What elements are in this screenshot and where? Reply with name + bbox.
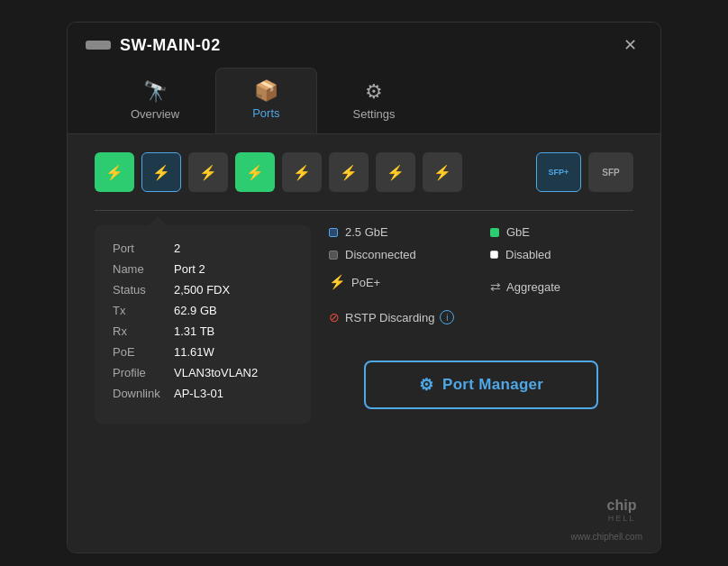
rstp-icon: ⊘ (329, 310, 340, 324)
label-disconnected: Disconnected (345, 248, 416, 261)
port-1-icon: ⚡ (105, 164, 123, 181)
sfp-plus-button[interactable]: SFP+ (536, 152, 581, 192)
popup-label-downlink: Downlink (113, 387, 174, 400)
window-title: SW-MAIN-02 (120, 36, 221, 55)
popup-label-status: Status (113, 283, 174, 297)
window-icon (86, 41, 111, 50)
popup-row-tx: Tx 62.9 GB (113, 304, 293, 317)
overview-icon: 🔭 (143, 82, 168, 102)
aggregate-item: ⇄ Aggregate (490, 274, 633, 299)
popup-row-port: Port 2 (113, 242, 293, 255)
port-popup: Port 2 Name Port 2 Status 2,500 FDX Tx 6… (95, 225, 311, 424)
popup-row-downlink: Downlink AP-L3-01 (113, 387, 293, 400)
popup-value-poe: 11.61W (174, 345, 214, 359)
tab-settings[interactable]: ⚙ Settings (317, 69, 432, 133)
port-manager-label: Port Manager (442, 376, 543, 394)
ports-icon: 📦 (254, 81, 278, 101)
status-item-disconnected: Disconnected (329, 248, 472, 261)
port-button-6[interactable]: ⚡ (329, 152, 369, 192)
popup-label-poe: PoE (113, 345, 174, 359)
port-2-icon: ⚡ (152, 164, 170, 181)
port-button-8[interactable]: ⚡ (423, 152, 462, 192)
port-manager-button[interactable]: ⚙ Port Manager (364, 361, 598, 409)
poe-item: ⚡ PoE+ (329, 274, 472, 290)
status-item-gbe25: 2.5 GbE (329, 225, 472, 239)
popup-label-rx: Rx (113, 324, 174, 338)
port-4-icon: ⚡ (246, 164, 264, 181)
port-7-icon: ⚡ (387, 164, 405, 181)
port-8-icon: ⚡ (433, 164, 451, 181)
port-3-icon: ⚡ (199, 164, 217, 181)
popup-value-downlink: AP-L3-01 (174, 387, 223, 400)
tabs-bar: 🔭 Overview 📦 Ports ⚙ Settings (68, 68, 660, 134)
port-button-4[interactable]: ⚡ (235, 152, 275, 192)
dot-disabled (490, 251, 498, 259)
popup-value-profile: VLAN3toVLAN2 (174, 366, 258, 379)
dot-disconnected (329, 251, 338, 260)
chiphell-logo: chip HELL (601, 498, 642, 534)
label-gbe: GbE (506, 225, 530, 239)
port-5-icon: ⚡ (293, 164, 311, 181)
poe-label: PoE+ (351, 276, 380, 289)
popup-value-rx: 1.31 TB (174, 324, 214, 338)
sfp-button[interactable]: SFP (588, 152, 633, 192)
popup-value-status: 2,500 FDX (174, 283, 230, 297)
right-panel: 2.5 GbE GbE Disconnected Disabled (329, 225, 633, 424)
title-bar: SW-MAIN-02 ✕ (68, 23, 660, 68)
popup-row-profile: Profile VLAN3toVLAN2 (113, 366, 293, 379)
port-button-3[interactable]: ⚡ (188, 152, 228, 192)
label-gbe25: 2.5 GbE (345, 225, 388, 239)
port-button-7[interactable]: ⚡ (376, 152, 415, 192)
extra-row: ⚡ PoE+ ⇄ Aggregate (329, 274, 633, 299)
popup-label-profile: Profile (113, 366, 174, 379)
rstp-label: RSTP Discarding (345, 311, 434, 324)
dot-gbe (490, 228, 499, 237)
main-area: Port 2 Name Port 2 Status 2,500 FDX Tx 6… (95, 225, 633, 424)
separator (95, 210, 633, 211)
popup-row-rx: Rx 1.31 TB (113, 324, 293, 338)
port-manager-gear-icon: ⚙ (419, 375, 433, 395)
chip-logo-text: chip (607, 498, 637, 513)
sfp-icon: SFP (602, 168, 619, 178)
label-disabled: Disabled (505, 248, 551, 261)
port-buttons-row: ⚡ ⚡ ⚡ ⚡ ⚡ ⚡ ⚡ ⚡ S (95, 152, 633, 192)
aggregate-label: Aggregate (506, 280, 560, 294)
popup-label-port: Port (113, 242, 174, 255)
status-grid: 2.5 GbE GbE Disconnected Disabled (329, 225, 633, 261)
chip-logo-subtext: HELL (608, 514, 636, 523)
app-window: SW-MAIN-02 ✕ 🔭 Overview 📦 Ports ⚙ Settin… (67, 22, 661, 553)
dot-gbe25 (329, 228, 338, 237)
tab-overview[interactable]: 🔭 Overview (95, 69, 215, 133)
popup-label-tx: Tx (113, 304, 174, 317)
poe-lightning-icon: ⚡ (329, 274, 346, 290)
title-bar-left: SW-MAIN-02 (86, 36, 221, 55)
popup-label-name: Name (113, 262, 174, 276)
popup-value-name: Port 2 (174, 262, 205, 276)
content-area: ⚡ ⚡ ⚡ ⚡ ⚡ ⚡ ⚡ ⚡ S (68, 134, 660, 553)
port-button-5[interactable]: ⚡ (282, 152, 322, 192)
rstp-info-button[interactable]: i (440, 310, 454, 324)
close-button[interactable]: ✕ (617, 32, 642, 58)
status-item-disabled: Disabled (490, 248, 633, 261)
tab-overview-label: Overview (131, 107, 179, 121)
aggregate-icon: ⇄ (490, 279, 501, 294)
popup-row-status: Status 2,500 FDX (113, 283, 293, 297)
status-item-gbe: GbE (490, 225, 633, 239)
tab-ports-label: Ports (252, 106, 279, 120)
port-button-1[interactable]: ⚡ (95, 152, 134, 192)
tab-ports[interactable]: 📦 Ports (215, 68, 316, 133)
settings-icon: ⚙ (365, 82, 383, 102)
popup-row-name: Name Port 2 (113, 262, 293, 276)
popup-value-port: 2 (174, 242, 180, 255)
port-button-2[interactable]: ⚡ (141, 152, 181, 192)
rstp-item: ⊘ RSTP Discarding i (329, 310, 633, 324)
tab-settings-label: Settings (353, 107, 396, 121)
popup-row-poe: PoE 11.61W (113, 345, 293, 359)
popup-value-tx: 62.9 GB (174, 304, 217, 317)
port-6-icon: ⚡ (340, 164, 358, 181)
sfp-plus-icon: SFP+ (549, 168, 569, 177)
